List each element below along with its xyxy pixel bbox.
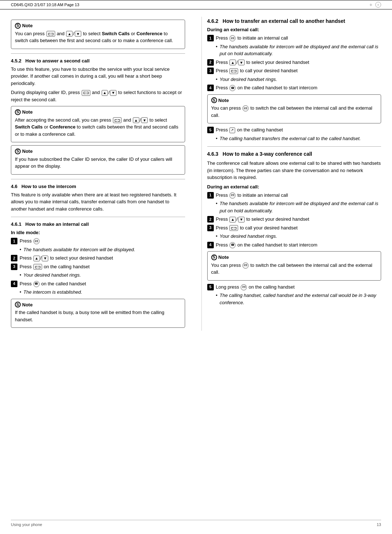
section-461-heading: 4.6.1 How to make an internal call: [11, 221, 185, 227]
step-num-463-4: 4: [207, 242, 214, 248]
bullet-462-1: The handsets available for intercom will…: [216, 43, 381, 57]
section-461-subheading: In idle mode:: [11, 230, 185, 235]
section-463-subheading: During an external call:: [207, 184, 381, 189]
note-icon-1: S: [15, 23, 21, 29]
col-left: S Note You can press ⊏⊐ and ▲/▼ to selec…: [11, 17, 191, 331]
step-462-3: 3 Press ⊏⊐ to call your desired handset: [207, 67, 381, 74]
note-header-2: S Note: [15, 109, 181, 116]
note-body-462a: You can press int to switch the call bet…: [211, 105, 377, 119]
note-header-3: S Note: [15, 148, 181, 155]
step-num-463-5: 5: [207, 284, 214, 290]
section-452: 4.5.2 How to answer a second call To use…: [11, 58, 185, 103]
note-header-461: S Note: [15, 301, 181, 309]
bullet-462-2-text: Your desired handset rings.: [220, 76, 277, 83]
btn-call-462-5: ↗: [229, 127, 235, 133]
note-box-1: S Note You can press ⊏⊐ and ▲/▼ to selec…: [11, 20, 185, 49]
step-462-1: 1 Press int to initiate an internal call: [207, 34, 381, 42]
section-463: 4.6.3 How to make a 3-way conference cal…: [207, 151, 381, 306]
section-46: 4.6 How to use the intercom This feature…: [11, 184, 185, 213]
note-box-461: S Note If the called handset is busy, a …: [11, 299, 185, 328]
section-462-steps: 1 Press int to initiate an internal call…: [207, 34, 381, 91]
step-462-3-text: Press ⊏⊐ to call your desired handset: [216, 67, 298, 74]
btn-softkey-2: ⊏⊐: [82, 90, 90, 96]
bullet-463-1-text: The handsets available for intercom will…: [220, 200, 381, 214]
step-num-463-3: 3: [207, 225, 214, 231]
note-title-462a: Note: [219, 97, 229, 104]
step-462-2: 2 Press ▲/▼ to select your desired hands…: [207, 59, 381, 66]
bullet-462-2: Your desired handset rings.: [216, 76, 381, 83]
section-462-heading: 4.6.2 How to transfer an external call t…: [207, 18, 381, 24]
note-body-461: If the called handset is busy, a busy to…: [15, 309, 181, 323]
bullet-461-3: The intercom is established.: [20, 289, 185, 296]
section-463-steps: 1 Press int to initiate an internal call…: [207, 192, 381, 249]
footer-left: Using your phone: [11, 522, 42, 527]
section-462-subheading: During an external call:: [207, 27, 381, 32]
btn-nav-463-2: ▼: [238, 217, 245, 223]
step-463-2: 2 Press ▲/▼ to select your desired hands…: [207, 216, 381, 223]
step-462-4-text: Press ☎ on the called handset to start i…: [216, 84, 318, 91]
step-463-1: 1 Press int to initiate an internal call: [207, 192, 381, 199]
btn-nav-3: ▼: [110, 90, 117, 96]
col-right: 4.6.2 How to transfer an external call t…: [201, 17, 381, 331]
btn-softkey: ⊏⊐: [46, 31, 55, 37]
content-area: S Note You can press ⊏⊐ and ▲/▼ to selec…: [0, 9, 392, 352]
btn-nav-4: ▲: [133, 117, 139, 123]
step-463-3: 3 Press ⊏⊐ to call your desired handset: [207, 224, 381, 232]
step-num-462-5: 5: [207, 127, 214, 133]
step-462-2-text: Press ▲/▼ to select your desired handset: [216, 59, 309, 66]
step-463-3-text: Press ⊏⊐ to call your desired handset: [216, 224, 298, 232]
divider-right-1: [207, 146, 381, 147]
btn-int-463-5: int: [241, 284, 247, 290]
btn-int-463-note: int: [242, 262, 249, 269]
btn-nav-462-2: ▼: [238, 60, 245, 65]
note-header-1: S Note: [15, 22, 181, 29]
step-463-1-text: Press int to initiate an internal call: [216, 192, 288, 199]
btn-int-462-1: int: [229, 35, 236, 41]
bullet-463-3: The calling handset, called handset and …: [216, 292, 381, 306]
section-452-p1: To use this feature, you have to subscri…: [11, 66, 185, 87]
step-num-3: 3: [11, 264, 17, 270]
btn-nav-up: ▲: [66, 31, 73, 37]
bullet-461-1-text: The handsets available for intercom will…: [24, 246, 135, 253]
note-body-2: After accepting the second call, you can…: [15, 117, 181, 138]
step-463-5: 5 Long press int on the calling handset: [207, 284, 381, 291]
btn-softkey-3: ⊏⊐: [113, 117, 122, 123]
note-header-462a: S Note: [211, 97, 377, 104]
step-461-3: 3 Press ⊏⊐ on the calling handset: [11, 263, 185, 270]
step-462-1-text: Press int to initiate an internal call: [216, 34, 288, 42]
section-46-heading: 4.6 How to use the intercom: [11, 184, 185, 189]
section-452-p2: During displaying caller ID, press ⊏⊐ an…: [11, 89, 185, 103]
btn-nav-7: ▼: [42, 256, 48, 261]
step-463-5-text: Long press int on the calling handset: [216, 284, 295, 291]
divider-3: [11, 217, 185, 217]
step-num-463-2: 2: [207, 216, 214, 223]
step-num-463-1: 1: [207, 192, 214, 199]
note-box-462a: S Note You can press int to switch the c…: [207, 94, 381, 124]
note-title-461: Note: [22, 301, 33, 309]
note-box-3: S Note If you have subscribed the Caller…: [11, 145, 185, 175]
bullet-461-1: The handsets available for intercom will…: [20, 246, 185, 253]
section-461-steps: 1 Press int The handsets available for i…: [11, 237, 185, 296]
bullet-463-1: The handsets available for intercom will…: [216, 200, 381, 214]
btn-handset-463: ☎: [229, 242, 236, 248]
step-461-3-text: Press ⊏⊐ on the calling handset: [20, 263, 90, 270]
step-num-462-1: 1: [207, 35, 214, 41]
section-462-steps2: 5 Press ↗ on the calling handset The cal…: [207, 126, 381, 142]
step-462-5-text: Press ↗ on the calling handset: [216, 126, 283, 134]
bullet-461-2: Your desired handset rings.: [20, 272, 185, 279]
btn-nav-6: ▲: [33, 256, 40, 261]
btn-int-462-note: int: [242, 105, 249, 111]
btn-nav-2: ▲: [102, 90, 108, 96]
step-463-4-text: Press ☎ on the called handset to start i…: [216, 241, 318, 249]
step-num-462-3: 3: [207, 68, 214, 74]
step-num-462-4: 4: [207, 85, 214, 91]
btn-nav-5: ▼: [141, 117, 148, 123]
btn-handset-462: ☎: [229, 85, 236, 91]
footer-right: 13: [377, 522, 381, 527]
bullet-462-1-text: The handsets available for intercom will…: [220, 43, 381, 57]
note-body-1: You can press ⊏⊐ and ▲/▼ to select Switc…: [15, 30, 181, 44]
note-body-3: If you have subscribed the Caller ID ser…: [15, 156, 181, 170]
step-463-4: 4 Press ☎ on the called handset to start…: [207, 241, 381, 249]
section-463-intro: The conference call feature allows one e…: [207, 160, 381, 181]
divider-1: [11, 53, 185, 54]
